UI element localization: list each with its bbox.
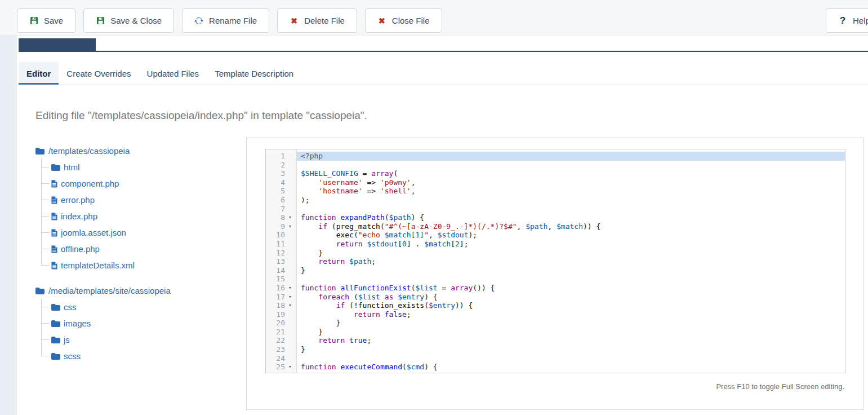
floppy-icon — [96, 16, 105, 25]
tree-root-link[interactable]: /media/templates/site/cassiopeia — [48, 286, 171, 295]
page-left-gutter — [0, 36, 17, 415]
code-line[interactable]: } — [297, 328, 845, 337]
save-close-button-label: Save & Close — [110, 16, 162, 25]
code-line[interactable]: return $stdout[0] . $match[2]; — [297, 240, 845, 249]
code-line[interactable]: ​ — [297, 205, 845, 214]
tree-item-link[interactable]: templateDetails.xml — [61, 261, 135, 270]
tree-item-link[interactable]: joomla.asset.json — [61, 228, 126, 237]
gutter-row: 2 — [266, 161, 296, 170]
code-line[interactable]: return false; — [297, 310, 845, 319]
code-line[interactable]: exec("echo $match[1]", $stdout); — [297, 231, 845, 240]
delete-file-button[interactable]: ✖Delete File — [277, 8, 357, 33]
folder-icon — [51, 320, 60, 328]
tree-item: joomla.asset.json — [41, 224, 244, 241]
code-line[interactable]: return $path; — [297, 257, 845, 266]
help-button-label: Help — [853, 16, 868, 25]
gutter-row: 20 — [266, 319, 296, 328]
tree-item: error.php — [41, 192, 244, 208]
gutter-row: 21 — [266, 328, 296, 337]
tab-create-overrides[interactable]: Create Overrides — [59, 62, 139, 85]
tree-item-link[interactable]: images — [64, 319, 91, 328]
code-line[interactable]: } — [297, 266, 845, 275]
close-file-button[interactable]: ✖Close File — [365, 8, 442, 33]
tab-editor[interactable]: Editor — [19, 62, 59, 85]
code-line[interactable]: if (preg_match("#^(~[a-zA-Z0-9_.-]*)(/.*… — [297, 222, 845, 231]
code-line[interactable]: } — [297, 249, 845, 258]
code-line[interactable]: 'hostname' => 'shell', — [297, 187, 845, 196]
line-number: 8 — [266, 213, 285, 222]
code-line[interactable]: foreach ($list as $entry) { — [297, 293, 845, 302]
fold-arrow-icon[interactable]: ▾ — [285, 213, 295, 222]
rename-file-button[interactable]: Rename File — [182, 8, 269, 33]
sync-icon — [194, 16, 203, 25]
gutter-row: 6 — [266, 196, 296, 205]
tree-item-link[interactable]: scss — [64, 351, 81, 361]
tree-item: templateDetails.xml — [41, 257, 244, 273]
tree-item-link[interactable]: html — [64, 162, 79, 172]
save-button[interactable]: Save — [17, 8, 75, 33]
code-editor[interactable]: 12345678▾9▾10111213141516▾17▾18▾19202122… — [265, 149, 845, 373]
line-number: 25 — [266, 363, 285, 372]
file-icon — [51, 245, 57, 253]
code-line[interactable]: $SHELL_CONFIG = array( — [297, 169, 845, 178]
help-button[interactable]: ? Help — [826, 8, 868, 33]
x-icon: ✖ — [290, 16, 299, 25]
line-number: 1 — [266, 152, 285, 161]
fold-arrow-icon[interactable]: ▾ — [285, 284, 295, 293]
folder-icon — [35, 147, 44, 155]
code-line[interactable]: <?php — [297, 152, 845, 161]
folder-icon — [51, 303, 60, 311]
tree-item-link[interactable]: offline.php — [61, 244, 100, 254]
code-line[interactable]: return true; — [297, 336, 845, 345]
tree-item-link[interactable]: js — [64, 335, 70, 345]
code-line[interactable]: ); — [297, 196, 845, 205]
code-line[interactable]: } — [297, 319, 845, 328]
line-number: 24 — [266, 354, 285, 363]
tree-item: css — [41, 299, 244, 315]
code-area[interactable]: <?php​$SHELL_CONFIG = array( 'username' … — [297, 149, 845, 373]
code-line[interactable]: function allFunctionExist($list = array(… — [297, 284, 845, 293]
code-line[interactable]: } — [297, 345, 845, 354]
tree-group: /media/templates/site/cassiopeiacssimage… — [35, 282, 244, 364]
tree-item: scss — [41, 348, 244, 364]
code-line[interactable]: function executeCommand($cmd) { — [297, 363, 845, 372]
save-button-label: Save — [44, 16, 63, 25]
tree-item-link[interactable]: component.php — [61, 179, 119, 188]
editor-panel: 12345678▾9▾10111213141516▾17▾18▾19202122… — [246, 138, 863, 410]
tab-updated-files[interactable]: Updated Files — [139, 62, 207, 85]
fold-spacer — [285, 257, 295, 266]
heading-divider — [19, 51, 868, 52]
code-line[interactable]: ​ — [297, 275, 845, 284]
tree-item-link[interactable]: index.php — [61, 211, 97, 221]
line-number: 4 — [266, 178, 285, 187]
code-line[interactable]: ​ — [297, 354, 845, 363]
fold-arrow-icon[interactable]: ▾ — [285, 293, 295, 302]
fold-arrow-icon[interactable]: ▾ — [285, 301, 295, 310]
tree-item-link[interactable]: error.php — [61, 195, 95, 205]
code-line[interactable]: if (!function_exists($entry)) { — [297, 301, 845, 310]
code-line[interactable]: ​ — [297, 161, 845, 170]
tree-item: component.php — [41, 175, 244, 192]
tree-item-link[interactable]: css — [64, 302, 77, 312]
gutter-row: 13 — [266, 257, 296, 266]
fold-arrow-icon[interactable]: ▾ — [285, 363, 295, 372]
x-icon: ✖ — [377, 16, 386, 25]
line-number: 18 — [266, 301, 285, 310]
tree-root-link[interactable]: /templates/cassiopeia — [48, 146, 130, 156]
code-line[interactable]: function expandPath($path) { — [297, 213, 845, 222]
fold-spacer — [285, 336, 295, 345]
gutter-row: 8▾ — [266, 213, 296, 222]
fold-arrow-icon[interactable]: ▾ — [285, 222, 295, 231]
gutter-row: 9▾ — [266, 222, 296, 231]
save-close-button[interactable]: Save & Close — [83, 8, 174, 33]
gutter-row: 15 — [266, 275, 296, 284]
folder-icon — [51, 164, 60, 171]
code-line[interactable]: 'username' => 'p0wny', — [297, 178, 845, 187]
tab-template-description[interactable]: Template Description — [207, 62, 301, 85]
folder-icon — [35, 287, 44, 295]
line-number: 9 — [266, 222, 285, 231]
code-line[interactable]: $stdout = ""; — [297, 372, 845, 373]
editing-note: Editing file "/templates/cassiopeia/inde… — [35, 109, 367, 122]
tab-bar: EditorCreate OverridesUpdated FilesTempl… — [17, 62, 868, 85]
gutter-row: 22 — [266, 336, 296, 345]
